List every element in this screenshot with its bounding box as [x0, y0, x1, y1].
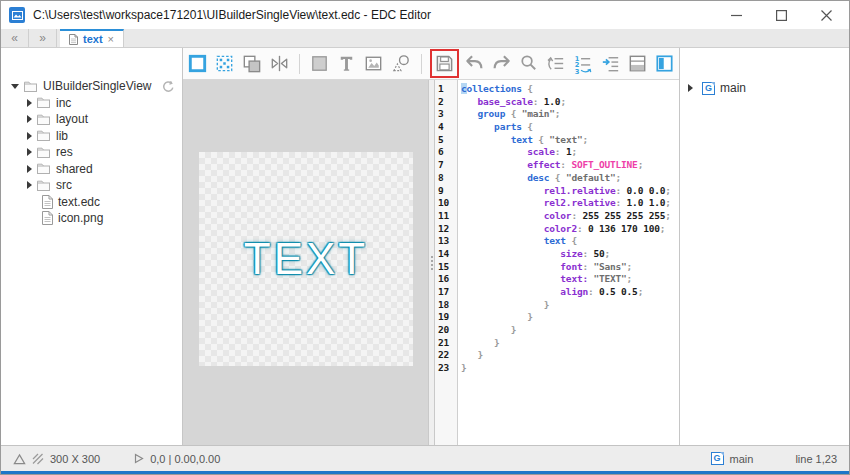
line-number: 16 — [435, 273, 455, 286]
file-tree: UIBuilderSingleViewinclayoutlibresshared… — [1, 78, 182, 227]
auto-indent-icon[interactable]: 123 — [571, 51, 594, 77]
stack-parts-icon[interactable] — [240, 51, 263, 77]
code-line: 6 scale: 1; — [435, 146, 679, 159]
live-view-canvas[interactable]: TEXT — [183, 80, 428, 445]
code-editor[interactable]: 1collections {2 base_scale: 1.0;3 group … — [435, 80, 679, 445]
line-number: 6 — [435, 146, 455, 159]
tree-item-icon.png[interactable]: icon.png — [1, 210, 182, 227]
find-icon[interactable] — [517, 51, 540, 77]
file-icon — [41, 195, 53, 209]
add-image-icon[interactable] — [362, 51, 385, 77]
code-line: 19 } — [435, 311, 679, 324]
code-line: 2 base_scale: 1.0; — [435, 96, 679, 109]
line-number: 13 — [435, 235, 455, 248]
tree-item-src[interactable]: src — [1, 177, 182, 194]
toolbar-separator — [421, 54, 422, 74]
line-number: 12 — [435, 223, 455, 236]
folder-icon — [36, 162, 51, 175]
status-bar: 300 X 300 0,0 | 0.00,0.00 G main line 1,… — [1, 445, 849, 471]
outline-item-main[interactable]: G main — [680, 81, 849, 95]
collapse-arrow-icon[interactable] — [11, 84, 19, 89]
folder-icon — [36, 96, 51, 109]
expand-arrow-icon[interactable] — [27, 181, 32, 189]
code-line: 1collections { — [435, 83, 679, 96]
line-number: 3 — [435, 108, 455, 121]
rect-part-icon[interactable] — [186, 51, 209, 77]
aspect-link-icon[interactable] — [32, 453, 44, 465]
code-lines: 1collections {2 base_scale: 1.0;3 group … — [435, 80, 679, 375]
tree-item-text.edc[interactable]: text.edc — [1, 194, 182, 211]
line-number: 18 — [435, 299, 455, 312]
expand-arrow-icon[interactable] — [688, 84, 693, 92]
cursor-play-icon — [134, 453, 144, 464]
group-badge-icon: G — [711, 452, 724, 465]
window-accent-edge — [1, 471, 849, 474]
console-toggle-icon[interactable] — [626, 51, 649, 77]
status-left: 300 X 300 0,0 | 0.00,0.00 — [13, 453, 220, 465]
code-line: 18 } — [435, 299, 679, 312]
code-line: 21 } — [435, 337, 679, 350]
code-line: 9 rel1.relative: 0.0 0.0; — [435, 185, 679, 198]
document-icon — [69, 34, 78, 45]
goto-line-icon[interactable] — [544, 51, 567, 77]
tree-item-lib[interactable]: lib — [1, 128, 182, 145]
save-icon[interactable] — [432, 52, 457, 76]
edc-editor-window: C:\Users\test\workspace171201\UIBuilderS… — [0, 0, 850, 475]
code-line: 8 desc { "default"; — [435, 172, 679, 185]
tab-text[interactable]: text × — [60, 29, 124, 47]
line-number: 21 — [435, 337, 455, 350]
svg-text:3: 3 — [575, 68, 580, 75]
code-line: 12 color2: 0 136 170 100; — [435, 223, 679, 236]
pointer-coords-value: 0,0 | 0.00,0.00 — [150, 453, 220, 465]
expand-arrow-icon[interactable] — [27, 132, 32, 140]
canvas-surface[interactable]: TEXT — [199, 152, 413, 366]
tree-item-shared[interactable]: shared — [1, 161, 182, 178]
save-button-highlight — [430, 49, 459, 78]
line-number: 5 — [435, 134, 455, 147]
outline-panel: G main — [679, 48, 849, 445]
add-text-icon[interactable] — [335, 51, 358, 77]
status-right: G main line 1,23 — [711, 452, 837, 465]
expand-arrow-icon[interactable] — [27, 148, 32, 156]
refresh-icon[interactable] — [162, 80, 175, 93]
swallow-part-icon[interactable] — [213, 51, 236, 77]
minimize-button[interactable] — [714, 1, 759, 29]
file-tab-toggle-icon[interactable] — [653, 51, 676, 77]
app-icon — [9, 7, 25, 23]
add-rect-icon[interactable] — [308, 51, 331, 77]
code-line: 22 } — [435, 349, 679, 362]
tab-close-icon[interactable]: × — [108, 33, 114, 45]
add-proxy-icon[interactable] — [389, 51, 412, 77]
toolbar-separator — [299, 54, 300, 74]
code-line: 15 font: "Sans"; — [435, 261, 679, 274]
maximize-button[interactable] — [759, 1, 804, 29]
undo-icon[interactable] — [463, 51, 486, 77]
folder-icon — [23, 80, 38, 93]
redo-icon[interactable] — [490, 51, 513, 77]
panel-splitter[interactable] — [428, 80, 435, 445]
tree-item-res[interactable]: res — [1, 144, 182, 161]
expand-arrow-icon[interactable] — [27, 99, 32, 107]
line-number: 2 — [435, 96, 455, 109]
file-icon — [41, 211, 53, 225]
tree-item-root[interactable]: UIBuilderSingleView — [1, 78, 182, 95]
expand-arrow-icon[interactable] — [27, 115, 32, 123]
code-line: 13 text { — [435, 235, 679, 248]
insert-template-icon[interactable] — [598, 51, 621, 77]
tab-scroll-left-button[interactable]: « — [1, 29, 29, 47]
expand-arrow-icon[interactable] — [27, 165, 32, 173]
tree-item-layout[interactable]: layout — [1, 111, 182, 128]
tab-bar: « » text × — [1, 29, 849, 48]
close-button[interactable] — [804, 1, 849, 29]
tab-scroll-right-button[interactable]: » — [29, 29, 57, 47]
text-part-preview: TEXT — [244, 234, 368, 284]
line-number: 14 — [435, 248, 455, 261]
code-line: 14 size: 50; — [435, 248, 679, 261]
tree-item-inc[interactable]: inc — [1, 95, 182, 112]
window-title: C:\Users\test\workspace171201\UIBuilderS… — [33, 8, 431, 22]
mirror-view-icon[interactable] — [268, 51, 291, 77]
code-line: 5 text { "text"; — [435, 134, 679, 147]
folder-icon — [36, 146, 51, 159]
resize-triangle-icon[interactable] — [13, 453, 26, 465]
line-number: 1 — [435, 83, 455, 96]
